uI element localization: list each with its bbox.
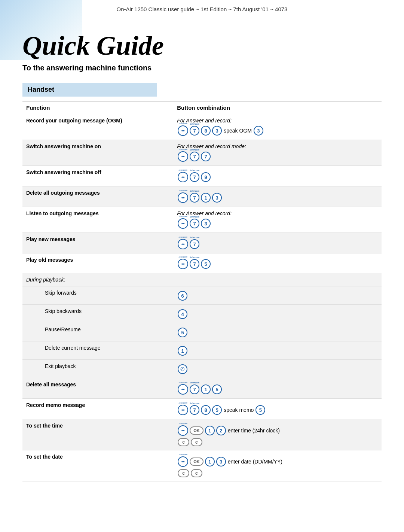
- func-skip-fwd: Skip forwards: [22, 286, 173, 305]
- key-7j: 7: [190, 405, 199, 415]
- col-button-combo: Button combination: [173, 101, 382, 114]
- key-intercom-dots10: ••: [178, 425, 188, 436]
- key-intercom-dots: ••: [178, 125, 188, 136]
- func-skip-back: Skip backwards: [22, 305, 173, 323]
- table-row: Skip backwards 4: [22, 305, 382, 323]
- handset-section-header: Handset: [22, 83, 157, 97]
- key-intercom-dots3: ••: [178, 172, 188, 182]
- table-row: Listen to outgoing messages For Answer a…: [22, 207, 382, 233]
- key-7b: 7: [190, 152, 199, 161]
- combo-record-ogm: For Answer and record: •• 7 8 3 speak OG…: [173, 114, 382, 140]
- table-row: Delete all messages •• 7 1 5: [22, 378, 382, 399]
- combo-play-new: •• 7: [173, 233, 382, 253]
- key-1d: 1: [205, 426, 215, 435]
- table-row: Switch answering machine off •• 7 9: [22, 166, 382, 186]
- col-function: Function: [22, 101, 173, 114]
- key-intercom-dots11: ••: [178, 456, 188, 467]
- func-play-old: Play old messages: [22, 253, 173, 273]
- key-5e: 5: [255, 405, 265, 415]
- table-row: Pause/Resume 5: [22, 323, 382, 341]
- key-7: 7: [190, 126, 199, 136]
- table-row: Play old messages •• 7 5: [22, 253, 382, 273]
- combo-set-date: •• OK 1 3 enter date (DD/MM/YY) c c: [173, 450, 382, 481]
- key-c-time1: c: [178, 438, 189, 446]
- func-during-playback: During playback:: [22, 273, 173, 286]
- key-3a: 3: [212, 126, 222, 136]
- key-3b: 3: [254, 126, 263, 136]
- key-intercom-dots2: ••: [178, 151, 188, 162]
- subtitle: To the answering machine functions: [22, 64, 382, 72]
- func-play-new: Play new messages: [22, 233, 173, 253]
- key-4: 4: [178, 309, 187, 319]
- table-row: Switch answering machine on For Answer a…: [22, 140, 382, 166]
- key-9: 9: [201, 172, 211, 182]
- key-8b: 8: [201, 405, 211, 415]
- key-7i: 7: [190, 384, 199, 394]
- key-intercom-dots4: ••: [178, 192, 188, 203]
- key-5c: 5: [212, 384, 222, 394]
- func-delete-all: Delete all messages: [22, 378, 173, 399]
- function-table: Function Button combination Record your …: [22, 101, 382, 481]
- combo-delete-current: 1: [173, 341, 382, 360]
- key-intercom-dots8: ••: [178, 384, 188, 395]
- key-3e: 3: [216, 457, 226, 466]
- key-7c: 7: [201, 152, 211, 161]
- key-intercom-dots6: ••: [178, 239, 188, 249]
- func-pause: Pause/Resume: [22, 323, 173, 341]
- func-switch-on: Switch answering machine on: [22, 140, 173, 166]
- combo-skip-fwd: 6: [173, 286, 382, 305]
- key-7g: 7: [190, 239, 199, 249]
- combo-play-old: •• 7 5: [173, 253, 382, 273]
- key-8: 8: [201, 126, 211, 136]
- combo-listen-outgoing: For Answer and record: •• 7 3: [173, 207, 382, 233]
- combo-record-memo: •• 7 8 5 speak memo 5: [173, 399, 382, 419]
- quick-guide-title: Quick Guide: [22, 31, 382, 61]
- func-delete-current: Delete current message: [22, 341, 173, 360]
- table-row: Record your outgoing message (OGM) For A…: [22, 114, 382, 140]
- combo-during-playback: [173, 273, 382, 286]
- key-ok-time: OK: [190, 426, 203, 435]
- key-1b: 1: [178, 346, 187, 356]
- key-7e: 7: [190, 193, 199, 203]
- key-1a: 1: [201, 193, 211, 203]
- func-record-memo: Record memo message: [22, 399, 173, 419]
- func-set-time: To set the time: [22, 419, 173, 450]
- key-c-time2: c: [191, 438, 202, 446]
- table-row: Delete all outgoing messages •• 7 1 3: [22, 186, 382, 207]
- combo-pause: 5: [173, 323, 382, 341]
- key-intercom-dots5: ••: [178, 218, 188, 229]
- key-3c: 3: [212, 193, 222, 203]
- func-listen-outgoing: Listen to outgoing messages: [22, 207, 173, 233]
- key-ok-date: OK: [190, 457, 203, 466]
- key-c-date1: c: [178, 469, 189, 477]
- table-row: Delete current message 1: [22, 341, 382, 360]
- table-row: Record memo message •• 7 8 5 speak memo …: [22, 399, 382, 419]
- key-phone: ✆: [178, 364, 187, 374]
- func-exit-playback: Exit playback: [22, 360, 173, 378]
- key-5d: 5: [212, 405, 222, 415]
- combo-switch-off: •• 7 9: [173, 166, 382, 186]
- key-intercom-dots9: ••: [178, 405, 188, 415]
- table-row: Skip forwards 6: [22, 286, 382, 305]
- func-delete-outgoing: Delete all outgoing messages: [22, 186, 173, 207]
- table-row: Play new messages •• 7: [22, 233, 382, 253]
- key-5a: 5: [201, 259, 211, 269]
- key-7h: 7: [190, 259, 199, 269]
- key-5b: 5: [178, 328, 187, 337]
- combo-exit-playback: ✆: [173, 360, 382, 378]
- key-7f: 7: [190, 219, 199, 228]
- combo-set-time: •• OK 1 2 enter time (24hr clock) c c: [173, 419, 382, 450]
- combo-delete-all: •• 7 1 5: [173, 378, 382, 399]
- key-1e: 1: [205, 457, 215, 466]
- key-6: 6: [178, 291, 187, 301]
- key-2: 2: [216, 426, 226, 435]
- table-row: To set the time •• OK 1 2 enter time (24…: [22, 419, 382, 450]
- table-row: To set the date •• OK 1 3 enter date (DD…: [22, 450, 382, 481]
- combo-skip-back: 4: [173, 305, 382, 323]
- table-row: During playback:: [22, 273, 382, 286]
- combo-switch-on: For Answer and record mode: •• 7 7: [173, 140, 382, 166]
- key-intercom-dots7: ••: [178, 259, 188, 269]
- key-7d: 7: [190, 172, 199, 182]
- func-record-ogm: Record your outgoing message (OGM): [22, 114, 173, 140]
- func-switch-off: Switch answering machine off: [22, 166, 173, 186]
